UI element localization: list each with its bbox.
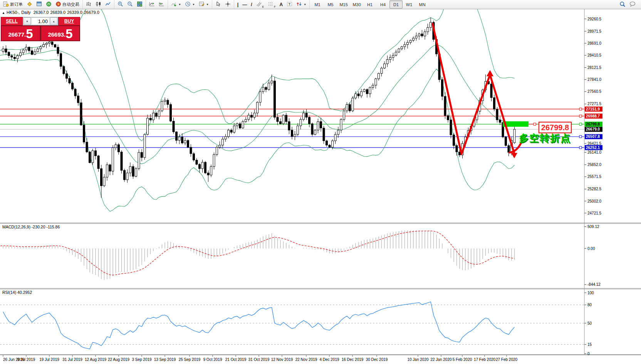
buy-price[interactable]: 26693.5 — [41, 26, 79, 40]
zoom-in-button[interactable] — [116, 0, 125, 8]
sell-price-main: 26677 — [8, 30, 24, 40]
rsi-tick-label: 15 — [587, 342, 592, 347]
crosshair-button[interactable] — [223, 0, 233, 8]
chart-shift-button[interactable] — [157, 0, 166, 8]
timeframe-m30[interactable]: M30 — [350, 0, 363, 8]
navigator-button[interactable] — [44, 0, 54, 8]
date-tick-label: 16 Dec 2019 — [342, 357, 364, 362]
price-tick-label: 24721.5 — [587, 211, 602, 215]
bar-chart-button[interactable] — [84, 0, 94, 8]
timeframe-m15[interactable]: M15 — [337, 0, 350, 8]
text-label-button[interactable]: T — [285, 0, 294, 8]
sell-button[interactable]: SELL — [1, 17, 23, 25]
ohlc-open: 26367.0 — [34, 10, 49, 15]
volume-decrease-button[interactable]: ▼ — [23, 17, 31, 25]
chart-canvas[interactable]: 29260.528971.528691.028410.528121.527841… — [0, 0, 641, 364]
new-order-icon — [3, 1, 9, 8]
price-tick-label: 25852.0 — [587, 163, 602, 167]
timeframe-h4[interactable]: H4 — [376, 0, 389, 8]
fibonacci-button[interactable]: F — [266, 0, 277, 8]
auto-scroll-button[interactable] — [147, 0, 157, 8]
vertical-line-button[interactable]: | — [235, 0, 240, 8]
date-tick-label: 4 Dec 2019 — [319, 357, 339, 362]
periods-button[interactable]: ▼ — [183, 0, 197, 8]
candles-icon — [96, 1, 101, 8]
timeframe-h1[interactable]: H1 — [363, 0, 376, 8]
svg-text:26799.8: 26799.8 — [586, 122, 600, 126]
candlestick-chart-button[interactable] — [94, 0, 103, 8]
indicators-icon — [171, 1, 177, 8]
date-tick-label: 19 Jul 2019 — [39, 357, 59, 362]
data-window-button[interactable] — [34, 0, 44, 8]
timeframe-mn[interactable]: MN — [416, 0, 429, 8]
toolbar-group-insert: ▼▼▼ — [168, 0, 212, 9]
price-tick-label: 26421.5 — [587, 141, 602, 146]
horizontal-line-button-glyph: — — [242, 2, 247, 7]
fibo-icon — [268, 1, 274, 8]
templates-button[interactable]: ▼ — [197, 0, 211, 8]
equidistant-channel-button[interactable]: E — [254, 0, 266, 8]
volume-input[interactable]: 1.00 — [31, 17, 50, 25]
periods-icon — [185, 1, 191, 8]
price-tick-label: 28410.5 — [587, 53, 602, 57]
price-badge-26252.1: 26252.1 — [585, 145, 602, 150]
toolbar-group-draw: |—/EFAT▼ — [234, 0, 309, 9]
autotrading-button[interactable]: 自动交易 — [54, 0, 81, 8]
rsi-tick-label: 100 — [587, 291, 594, 295]
tile-icon — [137, 1, 143, 8]
navigator-icon — [46, 1, 52, 8]
search-icon — [619, 1, 626, 8]
timeframe-d1-label: D1 — [393, 2, 399, 7]
price-tick-label: 27271.5 — [587, 102, 602, 106]
new-order-button-label: 新订单 — [10, 2, 23, 7]
collapse-icon[interactable]: ▲ — [2, 11, 5, 15]
timeframe-m5-label: M5 — [327, 2, 333, 7]
line-handle-marker — [579, 115, 582, 117]
horizontal-line-button[interactable]: — — [240, 0, 249, 8]
new-order-button[interactable]: 新订单 — [1, 0, 25, 8]
macd-tick-label: 0.00 — [587, 247, 595, 251]
trendline-button[interactable]: / — [249, 0, 254, 8]
price-tick-label: 26141.0 — [587, 150, 602, 154]
timeframe-d1[interactable]: D1 — [389, 0, 403, 8]
date-tick-label: 21 Oct 2019 — [225, 357, 247, 362]
mt4-window: 29260.528971.528691.028410.528121.527841… — [0, 0, 641, 364]
text-button[interactable]: A — [277, 0, 285, 8]
timeframe-m1[interactable]: M1 — [311, 0, 324, 8]
buy-price-big-digit: 5 — [65, 28, 72, 40]
chat-button[interactable] — [628, 0, 638, 8]
indicators-button[interactable]: ▼ — [169, 0, 183, 8]
marketwatch-button[interactable] — [25, 0, 34, 8]
date-tick-label: 27 Feb 2020 — [496, 357, 518, 362]
line-chart-button[interactable] — [103, 0, 113, 8]
tile-windows-button[interactable] — [135, 0, 144, 8]
macd-tick-label: -844.12 — [587, 282, 601, 287]
buy-price-main: 26693 — [48, 30, 64, 40]
price-badge-26988.7: 26988.7 — [585, 114, 602, 119]
auto-scroll-icon — [149, 1, 155, 8]
rsi-tick-label: 50 — [587, 321, 592, 325]
toolbar-group-chart-types — [82, 0, 114, 9]
cursor-button[interactable] — [213, 0, 223, 8]
timeframe-m5[interactable]: M5 — [324, 0, 337, 8]
toolbar-group-orders: 新订单自动交易 — [0, 0, 82, 9]
trendline-button-glyph: / — [251, 2, 252, 7]
chart-title-bar: ▲HK50-,Daily 26367.026839.026339.026679.… — [2, 10, 101, 15]
volume-increase-button[interactable]: ▲ — [50, 17, 57, 25]
vertical-line-button-glyph: | — [237, 2, 238, 7]
volume-stepper: ▼ 1.00 ▲ — [23, 17, 58, 25]
search-button[interactable] — [618, 0, 628, 8]
price-tick-label: 28691.0 — [587, 41, 602, 45]
sell-price[interactable]: 26677.5 — [2, 26, 40, 40]
price-badge-27151.9: 27151.9 — [585, 107, 602, 112]
arrows-button[interactable]: ▼ — [294, 0, 308, 8]
zoom-out-button[interactable] — [125, 0, 135, 8]
date-tick-label: 31 Jul 2019 — [62, 357, 82, 362]
buy-button[interactable]: BUY — [58, 17, 80, 25]
chevron-down-icon: ▼ — [178, 3, 181, 6]
price-badge-26799.8: 26799.8 — [585, 122, 602, 127]
svg-text:26679.0: 26679.0 — [586, 127, 600, 131]
timeframe-w1[interactable]: W1 — [403, 0, 416, 8]
data-window-icon — [36, 1, 42, 8]
crosshair-icon — [225, 1, 231, 8]
